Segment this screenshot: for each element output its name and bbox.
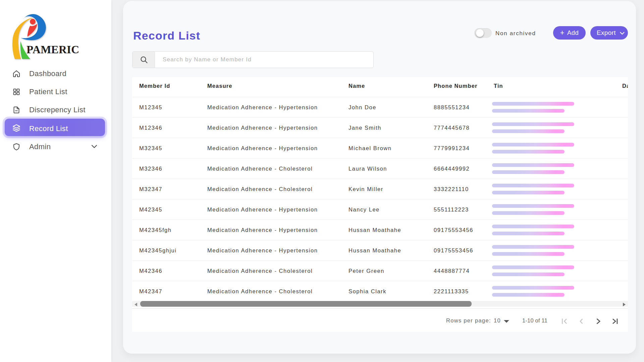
svg-text:PAMERIC: PAMERIC — [26, 44, 79, 56]
